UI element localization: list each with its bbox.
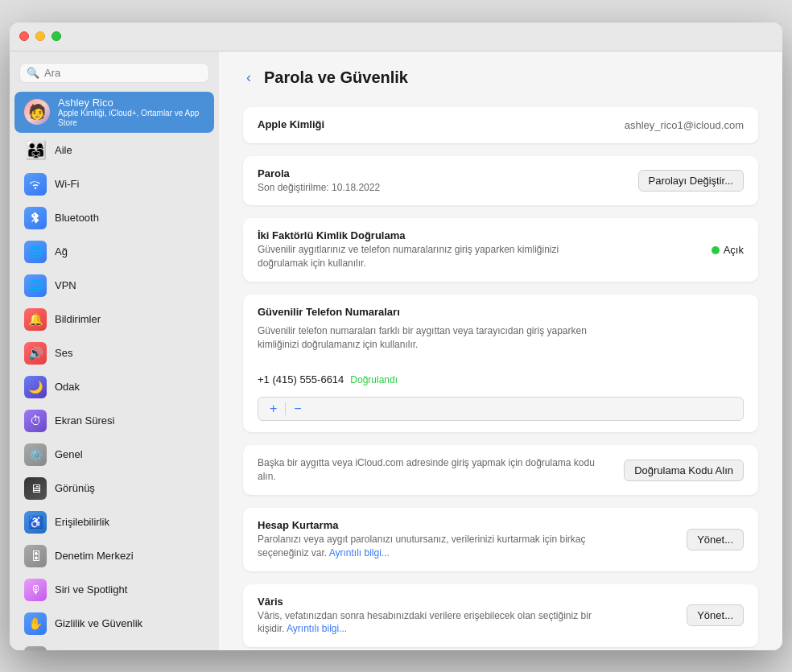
two-factor-subtitle: Güvenilir aygıtlarınız ve telefon numara… [258,243,596,270]
apple-id-left: Apple Kimliği [258,118,612,132]
search-input[interactable] [44,67,202,79]
search-container: 🔍 [10,58,219,91]
sidebar-item-ses[interactable]: 🔊 Ses [14,337,214,369]
heir-card: Vâris Vâris, vefatınızdan sonra hesabını… [243,584,758,648]
trusted-phones-title: Güvenilir Telefon Numaraları [258,306,400,318]
appearance-icon: 🖥 [24,477,47,500]
status-dot [712,246,720,254]
sidebar-item-wifi[interactable]: Wi-Fi [14,168,214,200]
titlebar [10,23,782,52]
sidebar-item-erisim-label: Erişilebilirlik [55,516,109,528]
remove-phone-button[interactable]: − [292,402,303,415]
accessibility-icon: ♿ [24,511,47,534]
password-row: Parola Son değiştirilme: 10.18.2022 Paro… [243,156,758,206]
bluetooth-icon: ᛒ [24,207,47,229]
sidebar-item-ekran-suresi-label: Ekran Süresi [55,414,114,427]
search-icon: 🔍 [27,67,39,79]
get-verification-code-button[interactable]: Doğrulama Kodu Alın [624,460,744,481]
heir-subtitle: Vâris, vefatınızdan sonra hesabınızdaki … [258,609,596,637]
sidebar-item-bildirimler[interactable]: 🔔 Bildirimler [14,303,214,336]
minimize-button[interactable] [35,31,45,41]
sidebar-item-vpn-label: VPN [55,279,76,291]
account-recovery-left: Hesap Kurtarma Parolanızı veya aygıt par… [258,519,674,560]
two-factor-row: İki Faktörlü Kimlik Doğrulama Güvenilir … [243,218,758,282]
heir-left: Vâris Vâris, vefatınızdan sonra hesabını… [258,596,674,637]
apple-id-title: Apple Kimliği [258,118,612,130]
add-phone-button[interactable]: + [268,402,278,415]
sidebar-item-apple-id-sublabel: Apple Kimliği, iCloud+, Ortamlar ve App … [58,109,204,128]
sidebar-item-genel-label: Genel [55,448,83,460]
network-icon: 🌐 [24,241,47,263]
sidebar-item-apple-id-text: Ashley Rico Apple Kimliği, iCloud+, Orta… [58,97,204,128]
heir-link[interactable]: Ayrıntılı bilgi... [287,623,347,634]
back-button[interactable]: ‹ [243,68,254,88]
heir-title: Vâris [258,596,674,608]
apple-id-email: ashley_rico1@icloud.com [625,119,744,131]
sidebar-item-bluetooth[interactable]: ᛒ Bluetooth [14,202,214,234]
main-content: 🔍 🧑 Ashley Rico Apple Kimliği, iCloud+, … [10,52,782,650]
avatar: 🧑 [24,99,50,125]
phone-row: +1 (415) 555-6614 Doğrulandı [258,373,744,385]
sidebar-item-genel[interactable]: ⚙️ Genel [14,439,214,471]
verification-code-right: Doğrulama Kodu Alın [624,460,744,481]
two-factor-left: İki Faktörlü Kimlik Doğrulama Güvenilir … [258,229,699,270]
account-recovery-subtitle: Parolanızı veya aygıt parolanızı unuturs… [258,533,596,560]
sidebar-item-gorunus[interactable]: 🖥 Görünüş [14,472,214,505]
sidebar-item-ag[interactable]: 🌐 Ağ [14,236,214,268]
phone-number: +1 (415) 555-6614 [258,373,344,385]
phone-section: +1 (415) 555-6614 Doğrulandı + − [243,362,758,432]
focus-icon: 🌙 [24,376,47,398]
verification-code-card: Başka bir aygıtta veya iCloud.com adresi… [243,445,758,495]
account-recovery-button[interactable]: Yönet... [687,529,744,550]
trusted-phones-subtitle: Güvenilir telefon numaraları farklı bir … [258,324,596,352]
sidebar-item-ekran-suresi[interactable]: ⏱ Ekran Süresi [14,405,214,437]
trusted-phones-card: Güvenilir Telefon Numaraları Güvenilir t… [243,295,758,433]
sidebar-item-masaustu[interactable]: 🖥 Masaüstü ve Dock [14,641,214,650]
sidebar-item-apple-id[interactable]: 🧑 Ashley Rico Apple Kimliği, iCloud+, Or… [14,92,214,133]
search-box[interactable]: 🔍 [19,63,209,83]
wifi-icon [24,173,47,196]
sound-icon: 🔊 [24,342,47,365]
apple-id-row: Apple Kimliği ashley_rico1@icloud.com [243,107,758,143]
account-recovery-card: Hesap Kurtarma Parolanızı veya aygıt par… [243,508,758,571]
close-button[interactable] [19,31,29,41]
account-recovery-link[interactable]: Ayrıntılı bilgi... [329,547,390,559]
aile-icon: 👨‍👩‍👧 [24,139,47,162]
account-recovery-row: Hesap Kurtarma Parolanızı veya aygıt par… [243,508,758,571]
traffic-lights [19,31,61,41]
sidebar: 🔍 🧑 Ashley Rico Apple Kimliği, iCloud+, … [10,52,219,650]
password-right: Parolayı Değiştir... [638,170,745,192]
add-remove-bar: + − [258,397,744,421]
sidebar-item-wifi-label: Wi-Fi [55,178,79,190]
maximize-button[interactable] [52,31,61,41]
sidebar-item-denetim[interactable]: 🎛 Denetim Merkezi [14,540,214,572]
sidebar-item-apple-id-label: Ashley Rico [58,97,204,109]
sidebar-item-siri-label: Siri ve Spotlight [55,583,127,596]
divider [285,402,286,415]
verified-badge: Doğrulandı [350,374,398,385]
sidebar-item-siri[interactable]: 🎙 Siri ve Spotlight [14,574,214,606]
sidebar-item-denetim-label: Denetim Merkezi [55,550,134,562]
sidebar-item-gizlilik[interactable]: ✋ Gizlilik ve Güvenlik [14,608,214,640]
account-recovery-title: Hesap Kurtarma [258,519,674,531]
sidebar-item-aile-label: Aile [55,144,72,156]
apple-id-card: Apple Kimliği ashley_rico1@icloud.com [243,107,758,143]
main-header: ‹ Parola ve Güvenlik [243,68,758,88]
sidebar-item-ag-label: Ağ [55,245,68,258]
page-title: Parola ve Güvenlik [264,68,408,87]
change-password-button[interactable]: Parolayı Değiştir... [638,170,745,192]
verification-code-left: Başka bir aygıtta veya iCloud.com adresi… [258,456,611,484]
siri-icon: 🎙 [24,579,47,601]
verification-code-desc: Başka bir aygıtta veya iCloud.com adresi… [258,456,596,484]
main-panel: ‹ Parola ve Güvenlik Apple Kimliği ashle… [219,52,782,650]
password-card: Parola Son değiştirilme: 10.18.2022 Paro… [243,156,758,206]
control-center-icon: 🎛 [24,545,47,567]
heir-button[interactable]: Yönet... [687,604,744,626]
sidebar-item-aile[interactable]: 👨‍👩‍👧 Aile [14,134,214,167]
sidebar-item-erisim[interactable]: ♿ Erişilebilirlik [14,506,214,538]
sidebar-item-odak[interactable]: 🌙 Odak [14,371,214,403]
app-window: 🔍 🧑 Ashley Rico Apple Kimliği, iCloud+, … [10,23,782,650]
sidebar-item-odak-label: Odak [55,381,80,393]
status-badge: Açık [712,244,744,256]
sidebar-item-vpn[interactable]: 🌐 VPN [14,270,214,302]
